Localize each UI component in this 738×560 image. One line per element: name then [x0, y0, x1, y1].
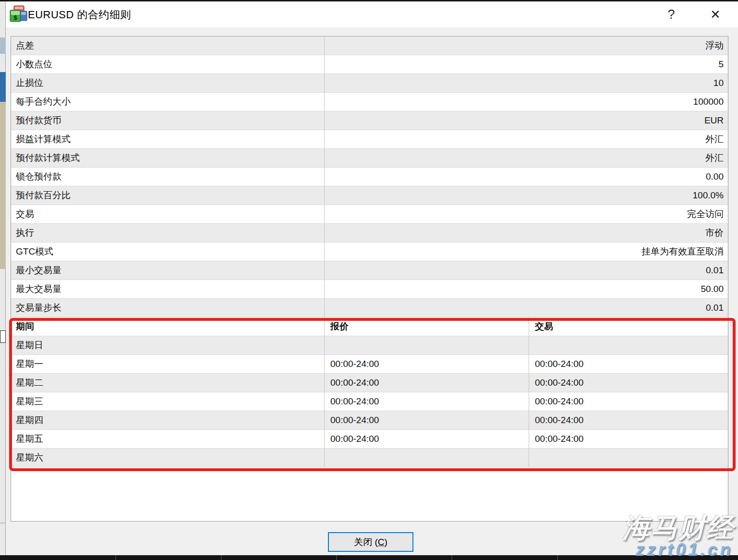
taskbar-notch: [451, 555, 452, 560]
close-button[interactable]: 关闭 (C): [328, 532, 413, 552]
spec-row-value: 外汇: [325, 149, 728, 167]
spec-row-label: 小数点位: [11, 55, 325, 73]
schedule-row-trade: 00:00-24:00: [529, 392, 728, 411]
spec-row-label: 止损位: [11, 74, 325, 92]
background-segment: [0, 330, 6, 343]
spec-row-label: 锁仓预付款: [11, 168, 325, 186]
spec-row-value: 外汇: [325, 130, 728, 148]
schedule-row-trade: [529, 336, 728, 354]
schedule-row-trade: [529, 449, 728, 467]
svg-text:$: $: [13, 14, 17, 21]
schedule-header-row: 期间报价交易: [11, 317, 728, 336]
schedule-row: 星期二00:00-24:0000:00-24:00: [11, 374, 728, 392]
spec-row-value: 完全访问: [325, 205, 728, 223]
schedule-header-trade: 交易: [529, 317, 728, 336]
schedule-row-period: 星期五: [11, 430, 325, 448]
schedule-row-period: 星期二: [11, 374, 325, 392]
contract-specification-dialog: $ EURUSD 的合约细则 ? ✕ 点差浮动小数点位5止损位10每手合约大小1…: [6, 1, 738, 560]
spec-row: 止损位10: [11, 74, 728, 93]
spec-row-label: 最小交易量: [11, 261, 325, 280]
schedule-table-body: 期间报价交易星期日星期一00:00-24:0000:00-24:00星期二00:…: [11, 317, 728, 467]
screen-top-edge: [0, 0, 738, 1]
taskbar-notch: [336, 555, 337, 560]
schedule-row-trade: 00:00-24:00: [529, 355, 728, 373]
background-segment: [0, 72, 6, 102]
spec-row: 执行市价: [11, 224, 728, 243]
spec-row-value: 0.00: [325, 168, 728, 186]
schedule-row: 星期五00:00-24:0000:00-24:00: [11, 430, 728, 449]
schedule-row-quotes: 00:00-24:00: [325, 392, 529, 411]
spec-row-value: 5: [325, 55, 728, 73]
titlebar-close-icon[interactable]: ✕: [703, 4, 728, 24]
schedule-row: 星期日: [11, 336, 728, 355]
spec-row-label: 执行: [11, 224, 325, 242]
taskbar-notch: [115, 555, 116, 560]
taskbar-notch: [557, 555, 558, 560]
schedule-row-period: 星期一: [11, 355, 325, 373]
spec-row-value: 100000: [325, 93, 728, 111]
spec-row-value: 0.01: [325, 261, 728, 280]
schedule-row: 星期三00:00-24:0000:00-24:00: [11, 392, 728, 411]
close-button-label: 关闭 (C): [354, 537, 387, 547]
spec-row-value: EUR: [325, 111, 728, 130]
schedule-row: 星期六: [11, 449, 728, 467]
spec-row-value: 100.0%: [325, 186, 728, 205]
spec-row: 小数点位5: [11, 55, 728, 74]
schedule-row-quotes: [325, 449, 529, 467]
spec-row: 预付款计算模式外汇: [11, 149, 728, 168]
schedule-row: 星期一00:00-24:0000:00-24:00: [11, 355, 728, 374]
spec-row-label: 点差: [11, 37, 325, 55]
schedule-row-period: 星期四: [11, 411, 325, 429]
dialog-titlebar: $ EURUSD 的合约细则 ? ✕: [6, 1, 738, 27]
background-window-strip: [0, 0, 6, 560]
taskbar-notch: [221, 555, 222, 560]
spec-row: 预付款货币EUR: [11, 111, 728, 130]
spec-row-value: 浮动: [325, 37, 728, 55]
spec-row: 损益计算模式外汇: [11, 130, 728, 149]
schedule-row-trade: 00:00-24:00: [529, 411, 728, 429]
background-segment: [0, 523, 6, 523]
spec-row: 点差浮动: [11, 37, 728, 55]
spec-table-body: 点差浮动小数点位5止损位10每手合约大小100000预付款货币EUR损益计算模式…: [11, 37, 728, 317]
schedule-row-trade: 00:00-24:00: [529, 430, 728, 448]
spec-row-value: 0.01: [325, 299, 728, 317]
spec-row-label: 预付款货币: [11, 111, 325, 130]
spec-row: 最小交易量0.01: [11, 261, 728, 280]
spec-row-label: 预付款计算模式: [11, 149, 325, 167]
help-button[interactable]: ?: [659, 4, 684, 24]
spec-row-value: 市价: [325, 224, 728, 242]
schedule-row-quotes: 00:00-24:00: [325, 374, 529, 392]
spec-row-value: 挂单为有效直至取消: [325, 243, 728, 261]
spec-row: GTC模式挂单为有效直至取消: [11, 243, 728, 261]
spec-row-label: 每手合约大小: [11, 93, 325, 111]
spec-row-label: GTC模式: [11, 243, 325, 261]
symbol-properties-icon: $: [9, 5, 28, 24]
spec-row-label: 预付款百分比: [11, 186, 325, 205]
spec-row-label: 最大交易量: [11, 280, 325, 298]
schedule-row-quotes: 00:00-24:00: [325, 355, 529, 373]
schedule-row-quotes: [325, 336, 529, 354]
background-segment: [0, 102, 6, 268]
background-segment: [0, 37, 6, 54]
spec-row: 交易完全访问: [11, 205, 728, 224]
spec-row: 交易量步长0.01: [11, 299, 728, 317]
specification-table: 点差浮动小数点位5止损位10每手合约大小100000预付款货币EUR损益计算模式…: [11, 36, 728, 522]
schedule-header-period: 期间: [11, 317, 325, 336]
schedule-row-period: 星期日: [11, 336, 325, 354]
dialog-title: EURUSD 的合约细则: [28, 8, 131, 22]
spec-row-label: 交易量步长: [11, 299, 325, 317]
schedule-row: 星期四00:00-24:0000:00-24:00: [11, 411, 728, 430]
spec-row: 每手合约大小100000: [11, 93, 728, 111]
spec-row-label: 损益计算模式: [11, 130, 325, 148]
schedule-row-period: 星期三: [11, 392, 325, 411]
taskbar-edge: [0, 555, 738, 560]
spec-row: 最大交易量50.00: [11, 280, 728, 299]
schedule-row-quotes: 00:00-24:00: [325, 430, 529, 448]
spec-row-value: 10: [325, 74, 728, 92]
background-segment: [0, 268, 6, 269]
schedule-row-trade: 00:00-24:00: [529, 374, 728, 392]
spec-row: 锁仓预付款0.00: [11, 168, 728, 186]
spec-row-value: 50.00: [325, 280, 728, 298]
schedule-header-quotes: 报价: [325, 317, 529, 336]
spec-row: 预付款百分比100.0%: [11, 186, 728, 205]
